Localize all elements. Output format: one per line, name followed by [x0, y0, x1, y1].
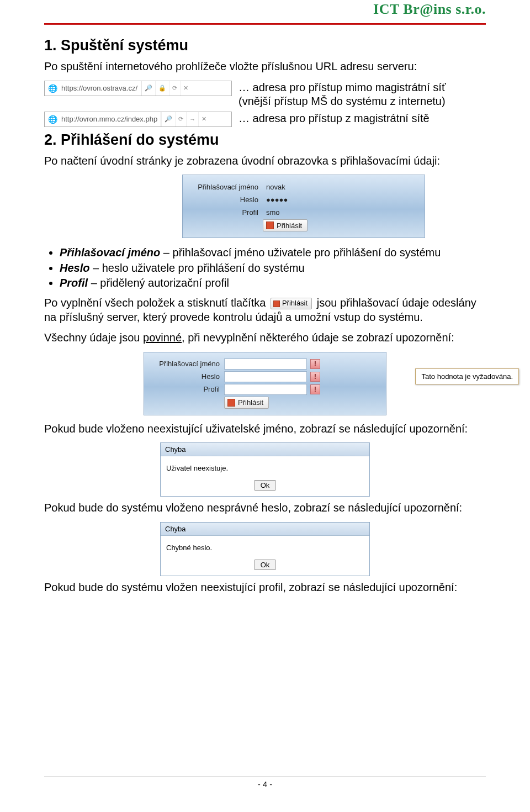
page-number: - 4 -	[44, 777, 486, 789]
url1-address: https://ovron.ostrava.cz/	[60, 81, 141, 96]
login2-heslo-label: Heslo	[150, 372, 224, 381]
header-rule	[44, 23, 486, 25]
login-form-1: Přihlašovací jméno novak Heslo ●●●●● Pro…	[182, 175, 425, 238]
dialog-pass-msg: Chybné heslo.	[161, 536, 369, 557]
url2-go-icon[interactable]: →	[186, 112, 198, 126]
login-key-icon	[266, 222, 274, 229]
warn-badge-profil: !	[310, 384, 320, 394]
login2-jmeno-input[interactable]	[224, 358, 307, 370]
url1-lock-icon: 🔒	[155, 81, 169, 96]
login2-profil-input[interactable]	[224, 384, 307, 395]
login2-jmeno-label: Přihlašovací jméno	[150, 360, 224, 368]
url2-caption: … adresa pro přístup z magistrátní sítě	[239, 112, 430, 125]
url-row-2: 🌐 http://ovron.mmo.cz/index.php 🔎 ⟳ → ✕ …	[44, 112, 486, 127]
warn-user-intro: Pokud bude vloženo neexistující uživatel…	[44, 422, 486, 436]
dialog-pass: Chyba Chybné heslo. Ok	[160, 522, 370, 576]
warn-badge-jmeno: !	[310, 359, 320, 369]
dialog-user-title: Chyba	[161, 443, 369, 456]
url-bar-2[interactable]: 🌐 http://ovron.mmo.cz/index.php 🔎 ⟳ → ✕	[44, 112, 232, 127]
url2-stop-icon[interactable]: ✕	[198, 112, 209, 126]
bullet-profil: Profil – přidělený autorizační profil	[60, 276, 486, 291]
login1-profil-value[interactable]: smo	[263, 207, 312, 218]
url-row-1: 🌐 https://ovron.ostrava.cz/ 🔎 🔒 ⟳ ✕ … ad…	[44, 81, 486, 108]
ie-favicon-icon: 🌐	[47, 83, 58, 94]
login2-profil-label: Profil	[150, 385, 224, 393]
login1-heslo-label: Heslo	[188, 196, 263, 204]
dialog-pass-title: Chyba	[161, 523, 369, 536]
inline-key-icon	[273, 300, 280, 307]
login1-submit-button[interactable]: Přihlásit	[263, 219, 308, 231]
section2-intro: Po načtení úvodní stránky je zobrazena ú…	[44, 154, 486, 168]
login1-profil-label: Profil	[188, 208, 263, 217]
url1-caption: … adresa pro přístup mimo magistrátní sí…	[239, 81, 446, 108]
login1-heslo-value[interactable]: ●●●●●	[263, 194, 312, 205]
section2-heading: 2. Přihlášení do systému	[44, 131, 486, 149]
url1-refresh-icon[interactable]: ⟳	[169, 81, 180, 96]
login2-submit-button[interactable]: Přihlásit	[224, 397, 269, 409]
login-form-2: Přihlašovací jméno ! Heslo ! Profil ! Př…	[144, 352, 386, 415]
field-bullets: Přihlašovací jméno – přihlašovací jméno …	[60, 246, 486, 291]
brand-logo: ICT Br@ins s.r.o.	[373, 1, 486, 18]
dialog-user: Chyba Uživatel neexistuje. Ok	[160, 442, 370, 497]
login1-jmeno-value[interactable]: novak	[263, 181, 312, 192]
login2-heslo-input[interactable]	[224, 371, 307, 382]
url2-address: http://ovron.mmo.cz/index.php	[60, 112, 161, 126]
inline-prihlasit-button[interactable]: Přihlásit	[271, 298, 312, 309]
login2-key-icon	[227, 399, 235, 407]
warn-badge-heslo: !	[310, 372, 320, 382]
section1-intro: Po spuštění internetového prohlížeče vlo…	[44, 60, 486, 74]
dialog-pass-ok-button[interactable]: Ok	[255, 560, 276, 570]
url2-dropdown-icon[interactable]: 🔎	[161, 112, 175, 126]
after-bullets-p1: Po vyplnění všech položek a stisknutí tl…	[44, 296, 486, 324]
warn-pass-intro: Pokud bude do systému vloženo nesprávné …	[44, 501, 486, 515]
bullet-jmeno: Přihlašovací jméno – přihlašovací jméno …	[60, 246, 486, 260]
url1-dropdown-icon[interactable]: 🔎	[141, 81, 155, 96]
warn-profile-intro: Pokud bude do systému vložen neexistujíc…	[44, 581, 486, 595]
url2-refresh-icon[interactable]: ⟳	[175, 112, 186, 126]
login1-jmeno-label: Přihlašovací jméno	[188, 183, 263, 191]
ie-favicon-icon-2: 🌐	[47, 114, 58, 125]
url-bar-1[interactable]: 🌐 https://ovron.ostrava.cz/ 🔎 🔒 ⟳ ✕	[44, 81, 232, 96]
url1-stop-icon[interactable]: ✕	[180, 81, 191, 96]
dialog-user-msg: Uživatel neexistuje.	[161, 456, 369, 478]
dialog-user-ok-button[interactable]: Ok	[255, 480, 276, 491]
bullet-heslo: Heslo – heslo uživatele pro přihlášení d…	[60, 261, 486, 276]
after-bullets-p2: Všechny údaje jsou povinné, při nevyplně…	[44, 331, 486, 345]
section1-heading: 1. Spuštění systému	[44, 37, 486, 54]
required-tooltip: Tato hodnota je vyžadována.	[415, 368, 519, 384]
